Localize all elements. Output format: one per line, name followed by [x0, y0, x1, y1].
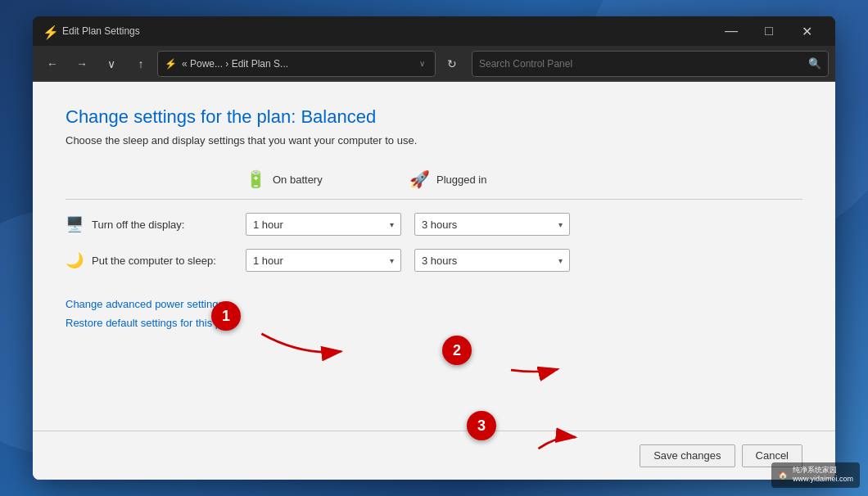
display-plugged-dropdown[interactable]: 3 hours ▾ — [414, 213, 570, 236]
window-controls: — □ ✕ — [712, 16, 825, 46]
sleep-battery-value: 1 hour — [253, 255, 283, 267]
annotation-3: 3 — [467, 411, 496, 440]
settings-header: 🔋 On battery 🚀 Plugged in — [246, 169, 802, 189]
sleep-icon: 🌙 — [66, 251, 84, 269]
col-battery-header: 🔋 On battery — [246, 169, 409, 189]
sleep-plugged-dropdown[interactable]: 3 hours ▾ — [414, 249, 570, 272]
maximize-button[interactable]: □ — [750, 16, 788, 46]
title-bar-icon: ⚡ — [43, 25, 56, 38]
display-plugged-chevron-icon: ▾ — [558, 220, 563, 229]
sleep-label-text: Put the computer to sleep: — [92, 255, 216, 267]
display-dropdowns: 1 hour ▾ 3 hours ▾ — [246, 213, 570, 236]
refresh-button[interactable]: ↻ — [439, 51, 465, 77]
close-button[interactable]: ✕ — [788, 16, 825, 46]
page-title: Change settings for the plan: Balanced — [66, 106, 802, 128]
col-battery-label: On battery — [273, 174, 323, 186]
dropdown-nav-button[interactable]: ∨ — [98, 51, 124, 77]
title-bar: ⚡ Edit Plan Settings — □ ✕ — [33, 16, 835, 46]
address-chevron-icon[interactable]: ∨ — [416, 59, 428, 68]
footer: Save changes Cancel — [33, 431, 835, 480]
watermark: 🏠 纯净系统家园www.yidaimei.com — [771, 462, 860, 488]
annotation-2: 2 — [442, 336, 472, 365]
breadcrumb-icon: ⚡ — [165, 58, 177, 70]
sleep-battery-chevron-icon: ▾ — [390, 256, 394, 265]
display-plugged-value: 3 hours — [422, 219, 457, 231]
sleep-plugged-chevron-icon: ▾ — [558, 256, 563, 265]
up-button[interactable]: ↑ — [128, 51, 154, 77]
address-bar: ← → ∨ ↑ ⚡ « Powe... › Edit Plan S... ∨ ↻… — [33, 46, 835, 82]
sleep-dropdowns: 1 hour ▾ 3 hours ▾ — [246, 249, 570, 272]
page-subtitle: Choose the sleep and display settings th… — [66, 134, 802, 147]
watermark-text: 纯净系统家园www.yidaimei.com — [793, 466, 853, 485]
search-icon: 🔍 — [808, 57, 821, 70]
col-plugged-label: Plugged in — [436, 174, 486, 186]
address-input[interactable]: ⚡ « Powe... › Edit Plan S... ∨ — [157, 51, 436, 77]
watermark-icon: 🏠 — [778, 471, 788, 480]
sleep-row: 🌙 Put the computer to sleep: 1 hour ▾ 3 … — [66, 249, 802, 272]
save-changes-button[interactable]: Save changes — [640, 444, 735, 467]
breadcrumb-path: « Powe... › Edit Plan S... — [182, 58, 288, 70]
search-box[interactable]: 🔍 — [472, 51, 829, 77]
sleep-plugged-value: 3 hours — [422, 255, 457, 267]
col-plugged-header: 🚀 Plugged in — [409, 169, 573, 189]
display-battery-dropdown[interactable]: 1 hour ▾ — [246, 213, 401, 236]
settings-table: 🔋 On battery 🚀 Plugged in 🖥️ Turn off th… — [66, 169, 802, 285]
plugged-icon: 🚀 — [409, 169, 430, 189]
divider — [66, 199, 802, 200]
search-input[interactable] — [479, 58, 803, 70]
display-label-text: Turn off the display: — [92, 219, 184, 231]
main-window: ⚡ Edit Plan Settings — □ ✕ ← → ∨ ↑ ⚡ « P… — [33, 16, 835, 480]
back-button[interactable]: ← — [39, 51, 66, 77]
title-bar-title: Edit Plan Settings — [62, 25, 712, 37]
advanced-power-settings-link[interactable]: Change advanced power settings — [66, 298, 802, 310]
content-area: Change settings for the plan: Balanced C… — [33, 82, 835, 480]
display-row-label: 🖥️ Turn off the display: — [66, 215, 246, 233]
display-row: 🖥️ Turn off the display: 1 hour ▾ 3 hour… — [66, 213, 802, 236]
forward-button[interactable]: → — [69, 51, 95, 77]
display-battery-chevron-icon: ▾ — [390, 220, 394, 229]
sleep-battery-dropdown[interactable]: 1 hour ▾ — [246, 249, 401, 272]
annotation-1: 1 — [211, 301, 241, 331]
restore-defaults-link[interactable]: Restore default settings for this plan — [66, 317, 802, 329]
minimize-button[interactable]: — — [712, 16, 750, 46]
link-section: Change advanced power settings Restore d… — [66, 298, 802, 336]
display-icon: 🖥️ — [66, 215, 84, 233]
display-battery-value: 1 hour — [253, 219, 283, 231]
battery-icon: 🔋 — [246, 169, 266, 189]
sleep-row-label: 🌙 Put the computer to sleep: — [66, 251, 246, 269]
